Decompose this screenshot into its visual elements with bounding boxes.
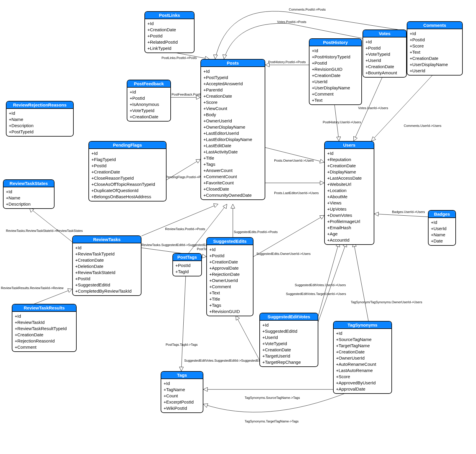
entity-pendingflags: PendingFlags+Id+FlagTypeId+PostId+Creati… <box>88 141 167 201</box>
entity-attributes: +Id+PostTypeId+AcceptedAnswerId+ParentId… <box>201 67 265 199</box>
arrowhead-icon <box>265 63 269 67</box>
entity-reviewtaskresults: ReviewTaskResults+Id+ReviewTaskId+Review… <box>12 304 77 352</box>
entity-title: ReviewTaskResults <box>12 304 76 312</box>
entity-attributes: +PostId+TagId <box>173 261 201 276</box>
entity-attribute: +Score <box>410 43 460 49</box>
entity-attribute: +CreationDate <box>15 332 74 338</box>
entity-attribute: +UserId <box>431 225 453 232</box>
entity-attribute: +AccountId <box>327 237 371 243</box>
entity-attribute: +Title <box>209 296 251 302</box>
entity-attribute: +Id <box>327 150 371 156</box>
entity-title: Badges <box>429 211 455 218</box>
entity-attributes: +Id+ReviewTaskId+ReviewTaskResultTypeId+… <box>12 312 76 351</box>
entity-title: PostLinks <box>145 12 194 19</box>
entity-attribute: +Id <box>312 47 359 54</box>
arrowhead-icon <box>213 55 218 59</box>
entity-attribute: +CloseAsOffTopicReasonTypeId <box>91 181 164 187</box>
edge-label: SuggestedEdits.OwnerUserId->Users <box>256 252 311 255</box>
entity-attribute: +Score <box>336 373 389 380</box>
edge-label: TagSynonyms.TargetTagName->Tags <box>245 419 299 423</box>
entity-attribute: +PostTypeId <box>203 74 262 81</box>
entity-posttags: PostTags+PostId+TagId <box>172 253 202 276</box>
entity-attribute: +LastAutoRename <box>336 367 389 373</box>
entity-attribute: +Comment <box>15 344 74 350</box>
arrowhead-icon <box>196 95 200 99</box>
entity-attribute: +Reputation <box>327 156 371 163</box>
entity-attribute: +PostId <box>410 37 460 43</box>
entity-attribute: +LinkTypeId <box>147 45 192 51</box>
entity-postlinks: PostLinks+Id+CreationDate+PostId+Related… <box>144 11 195 53</box>
entity-attribute: +CreationDate <box>209 259 251 265</box>
entity-attribute: +LastActivityDate <box>203 149 262 155</box>
entity-attribute: +PostHistoryTypeId <box>312 54 359 60</box>
entity-attribute: +PostId <box>75 276 139 282</box>
entity-attribute: +CreationDate <box>130 114 168 120</box>
entity-posthistory: PostHistory+Id+PostHistoryTypeId+PostId+… <box>309 38 362 105</box>
entity-attribute: +Id <box>262 322 315 328</box>
entity-posts: Posts+Id+PostTypeId+AcceptedAnswerId+Par… <box>200 59 265 200</box>
entity-attribute: +CommentCount <box>203 173 262 180</box>
arrowhead-icon <box>236 316 240 320</box>
entity-title: Tags <box>161 372 203 379</box>
entity-attributes: +Id+UserId+Name+Date <box>429 218 455 245</box>
entity-title: PendingFlags <box>89 142 166 149</box>
entity-title: Votes <box>363 30 406 37</box>
entity-attribute: +Id <box>91 150 164 156</box>
relationship-edge <box>253 215 324 257</box>
entity-attribute: +Id <box>209 246 251 253</box>
arrowhead-icon <box>337 137 341 141</box>
entity-attribute: +Body <box>203 112 262 118</box>
entity-attribute: +ProfileImageUrl <box>327 218 371 224</box>
entity-attribute: +PostId <box>91 163 164 169</box>
entity-title: Posts <box>201 60 265 67</box>
entity-attribute: +Score <box>203 99 262 105</box>
entity-attribute: +RejectionReasonId <box>15 338 74 344</box>
entity-attribute: +VoteTypeId <box>262 340 315 347</box>
entity-attribute: +Id <box>15 313 74 319</box>
arrowhead-icon <box>223 204 227 209</box>
entity-title: PostHistory <box>309 39 361 46</box>
entity-attribute: +SuggestedEditId <box>75 282 139 288</box>
entity-attributes: +Id+PostId+VoteTypeId+UserId+CreationDat… <box>363 37 406 77</box>
edge-label: ReviewTasks.SuggestedEditId->SuggestedEd… <box>141 243 211 247</box>
entity-attribute: +ViewCount <box>203 105 262 112</box>
entity-title: ReviewRejectionReasons <box>6 101 73 109</box>
entity-attribute: +DisplayName <box>327 169 371 175</box>
entity-reviewtaskstates: ReviewTaskStates+Id+Name+Description <box>3 179 55 209</box>
edge-label: SuggestedEditVotes.TargetUserId->Users <box>286 292 346 296</box>
entity-comments: Comments+Id+PostId+Score+Text+CreationDa… <box>407 21 463 76</box>
entity-attribute: +CreationDate <box>327 163 371 169</box>
edge-label: Badges.UserId->Users <box>392 210 425 214</box>
entity-attribute: +ExcerptPostId <box>164 399 200 405</box>
entity-attribute: +Id <box>365 39 404 45</box>
entity-attribute: +Count <box>164 393 200 399</box>
arrowhead-icon <box>203 404 208 407</box>
entity-attribute: +Views <box>327 200 371 206</box>
entity-attribute: +PostId <box>312 60 359 66</box>
relationship-edge <box>335 105 339 141</box>
edge-label: PostHistory.UserId->Users <box>323 120 361 124</box>
entity-attributes: +Id+ReviewTaskTypeId+CreationDate+Deleti… <box>73 243 141 295</box>
entity-attribute: +Name <box>431 232 453 238</box>
edge-label: PostLinks.PostId->Posts <box>162 56 197 60</box>
arrowhead-icon <box>67 289 72 292</box>
entity-title: Users <box>325 142 374 149</box>
edge-label: Votes.PostId->Posts <box>277 20 307 24</box>
entity-attribute: +OwnerDisplayName <box>203 124 262 130</box>
entity-title: ReviewTasks <box>73 236 141 243</box>
entity-title: ReviewTaskStates <box>4 180 54 187</box>
entity-attribute: +EmailHash <box>327 224 371 231</box>
entity-attribute: +ReviewTaskId <box>15 319 74 325</box>
entity-attribute: +CreationDate <box>410 55 460 61</box>
edge-label: SuggestedEditVotes.SuggestedEditId->Sugg… <box>184 359 264 362</box>
entity-attribute: +CreationDate <box>75 257 139 263</box>
edge-label: ReviewTasks.PostId->Posts <box>165 227 205 231</box>
entity-attribute: +ReviewTaskStateId <box>75 269 139 276</box>
arrowhead-icon <box>371 137 376 141</box>
relationship-edge <box>141 204 218 236</box>
entity-attribute: +Id <box>9 110 71 116</box>
arrowhead-icon <box>179 367 183 371</box>
edge-label: ReviewTaskResults.ReviewTaskId->Review <box>1 286 63 290</box>
entity-attribute: +UserDisplayName <box>312 85 359 91</box>
entity-suggestededitvotes: SuggestedEditVotes+Id+SuggestedEditId+Us… <box>259 313 318 367</box>
